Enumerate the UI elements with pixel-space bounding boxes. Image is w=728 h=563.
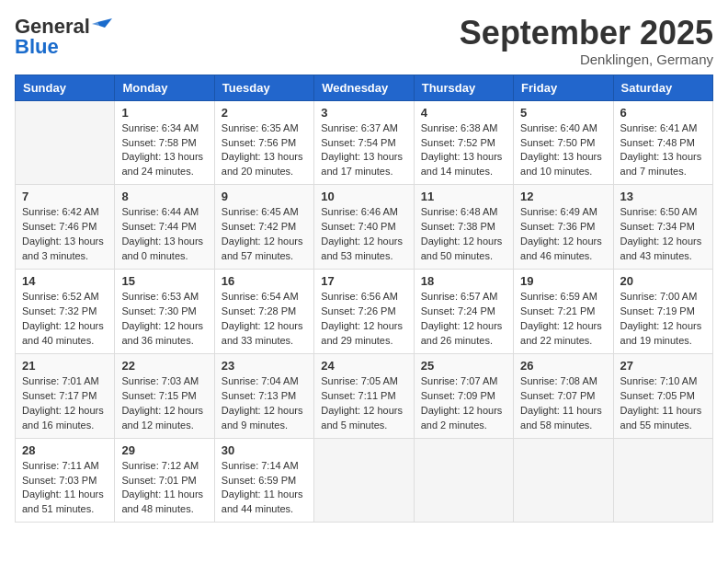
calendar-cell: 24Sunrise: 7:05 AM Sunset: 7:11 PM Dayli… — [314, 353, 414, 438]
logo-bird-icon — [92, 18, 112, 35]
month-title: September 2025 — [460, 15, 713, 52]
day-info: Sunrise: 7:14 AM Sunset: 6:59 PM Dayligh… — [222, 459, 307, 518]
day-info: Sunrise: 6:45 AM Sunset: 7:42 PM Dayligh… — [222, 205, 307, 264]
week-row-1: 1Sunrise: 6:34 AM Sunset: 7:58 PM Daylig… — [16, 100, 713, 185]
calendar-cell — [16, 100, 115, 185]
day-number: 21 — [22, 359, 108, 373]
day-number: 18 — [421, 274, 506, 288]
calendar-cell: 1Sunrise: 6:34 AM Sunset: 7:58 PM Daylig… — [115, 100, 214, 185]
day-number: 23 — [222, 359, 307, 373]
calendar-cell: 13Sunrise: 6:50 AM Sunset: 7:34 PM Dayli… — [613, 185, 712, 270]
day-info: Sunrise: 6:56 AM Sunset: 7:26 PM Dayligh… — [321, 290, 406, 349]
calendar-cell: 8Sunrise: 6:44 AM Sunset: 7:44 PM Daylig… — [115, 185, 214, 270]
day-info: Sunrise: 6:40 AM Sunset: 7:50 PM Dayligh… — [520, 121, 606, 180]
day-info: Sunrise: 7:03 AM Sunset: 7:15 PM Dayligh… — [121, 374, 207, 433]
day-info: Sunrise: 6:46 AM Sunset: 7:40 PM Dayligh… — [321, 205, 406, 264]
day-info: Sunrise: 7:10 AM Sunset: 7:05 PM Dayligh… — [620, 374, 706, 433]
day-number: 4 — [421, 106, 506, 120]
calendar-cell — [613, 438, 712, 523]
day-info: Sunrise: 6:57 AM Sunset: 7:24 PM Dayligh… — [421, 290, 506, 349]
day-info: Sunrise: 7:05 AM Sunset: 7:11 PM Dayligh… — [321, 374, 406, 433]
weekday-header-monday: Monday — [115, 75, 214, 100]
day-number: 20 — [620, 274, 706, 288]
weekday-header-thursday: Thursday — [414, 75, 513, 100]
calendar-cell: 15Sunrise: 6:53 AM Sunset: 7:30 PM Dayli… — [115, 270, 214, 354]
calendar-cell: 29Sunrise: 7:12 AM Sunset: 7:01 PM Dayli… — [115, 438, 214, 523]
day-number: 13 — [620, 190, 706, 203]
calendar-cell: 21Sunrise: 7:01 AM Sunset: 7:17 PM Dayli… — [16, 353, 115, 438]
day-number: 1 — [121, 106, 207, 120]
calendar-cell: 11Sunrise: 6:48 AM Sunset: 7:38 PM Dayli… — [414, 185, 513, 270]
calendar-cell: 6Sunrise: 6:41 AM Sunset: 7:48 PM Daylig… — [613, 100, 712, 185]
day-number: 5 — [520, 106, 606, 120]
day-info: Sunrise: 6:59 AM Sunset: 7:21 PM Dayligh… — [520, 290, 606, 349]
weekday-header-wednesday: Wednesday — [314, 75, 414, 100]
day-info: Sunrise: 6:49 AM Sunset: 7:36 PM Dayligh… — [520, 205, 606, 264]
calendar-cell: 5Sunrise: 6:40 AM Sunset: 7:50 PM Daylig… — [514, 100, 613, 185]
calendar-cell: 14Sunrise: 6:52 AM Sunset: 7:32 PM Dayli… — [16, 270, 115, 354]
calendar-cell — [414, 438, 513, 523]
day-number: 2 — [222, 106, 307, 120]
day-info: Sunrise: 6:35 AM Sunset: 7:56 PM Dayligh… — [222, 121, 307, 180]
day-info: Sunrise: 6:44 AM Sunset: 7:44 PM Dayligh… — [121, 205, 207, 264]
calendar-cell: 20Sunrise: 7:00 AM Sunset: 7:19 PM Dayli… — [613, 270, 712, 354]
day-number: 15 — [121, 274, 207, 288]
day-number: 6 — [620, 106, 706, 120]
day-number: 16 — [222, 274, 307, 288]
logo-blue-text: Blue — [15, 35, 59, 59]
calendar-cell: 9Sunrise: 6:45 AM Sunset: 7:42 PM Daylig… — [214, 185, 313, 270]
day-number: 12 — [520, 190, 606, 203]
day-number: 29 — [121, 443, 207, 457]
day-info: Sunrise: 7:11 AM Sunset: 7:03 PM Dayligh… — [22, 459, 108, 518]
location-subtitle: Denklingen, Germany — [460, 52, 713, 67]
calendar-cell: 27Sunrise: 7:10 AM Sunset: 7:05 PM Dayli… — [613, 353, 712, 438]
calendar-cell: 18Sunrise: 6:57 AM Sunset: 7:24 PM Dayli… — [414, 270, 513, 354]
day-info: Sunrise: 7:07 AM Sunset: 7:09 PM Dayligh… — [421, 374, 506, 433]
calendar-cell — [314, 438, 414, 523]
day-number: 11 — [421, 190, 506, 203]
weekday-header-sunday: Sunday — [16, 75, 115, 100]
day-number: 30 — [222, 443, 307, 457]
day-number: 25 — [421, 359, 506, 373]
week-row-2: 7Sunrise: 6:42 AM Sunset: 7:46 PM Daylig… — [16, 185, 713, 270]
day-info: Sunrise: 6:53 AM Sunset: 7:30 PM Dayligh… — [121, 290, 207, 349]
day-info: Sunrise: 6:52 AM Sunset: 7:32 PM Dayligh… — [22, 290, 108, 349]
day-number: 7 — [22, 190, 108, 203]
day-info: Sunrise: 6:41 AM Sunset: 7:48 PM Dayligh… — [620, 121, 706, 180]
day-number: 27 — [620, 359, 706, 373]
week-row-3: 14Sunrise: 6:52 AM Sunset: 7:32 PM Dayli… — [16, 270, 713, 354]
calendar-cell: 25Sunrise: 7:07 AM Sunset: 7:09 PM Dayli… — [414, 353, 513, 438]
calendar-cell: 10Sunrise: 6:46 AM Sunset: 7:40 PM Dayli… — [314, 185, 414, 270]
weekday-header-row: SundayMondayTuesdayWednesdayThursdayFrid… — [16, 75, 713, 100]
title-block: September 2025 Denklingen, Germany — [460, 15, 713, 67]
calendar-cell: 30Sunrise: 7:14 AM Sunset: 6:59 PM Dayli… — [214, 438, 313, 523]
day-info: Sunrise: 7:01 AM Sunset: 7:17 PM Dayligh… — [22, 374, 108, 433]
day-number: 24 — [321, 359, 406, 373]
weekday-header-tuesday: Tuesday — [214, 75, 313, 100]
calendar-cell: 2Sunrise: 6:35 AM Sunset: 7:56 PM Daylig… — [214, 100, 313, 185]
calendar-cell: 28Sunrise: 7:11 AM Sunset: 7:03 PM Dayli… — [16, 438, 115, 523]
day-number: 8 — [121, 190, 207, 203]
calendar-cell: 22Sunrise: 7:03 AM Sunset: 7:15 PM Dayli… — [115, 353, 214, 438]
calendar-cell: 7Sunrise: 6:42 AM Sunset: 7:46 PM Daylig… — [16, 185, 115, 270]
day-info: Sunrise: 6:50 AM Sunset: 7:34 PM Dayligh… — [620, 205, 706, 264]
calendar-cell: 26Sunrise: 7:08 AM Sunset: 7:07 PM Dayli… — [514, 353, 613, 438]
day-number: 28 — [22, 443, 108, 457]
page-header: General Blue September 2025 Denklingen, … — [15, 15, 713, 67]
day-info: Sunrise: 6:38 AM Sunset: 7:52 PM Dayligh… — [421, 121, 506, 180]
week-row-5: 28Sunrise: 7:11 AM Sunset: 7:03 PM Dayli… — [16, 438, 713, 523]
day-number: 9 — [222, 190, 307, 203]
calendar-cell: 16Sunrise: 6:54 AM Sunset: 7:28 PM Dayli… — [214, 270, 313, 354]
calendar-cell: 19Sunrise: 6:59 AM Sunset: 7:21 PM Dayli… — [514, 270, 613, 354]
day-info: Sunrise: 6:37 AM Sunset: 7:54 PM Dayligh… — [321, 121, 406, 180]
calendar-cell: 4Sunrise: 6:38 AM Sunset: 7:52 PM Daylig… — [414, 100, 513, 185]
day-info: Sunrise: 6:42 AM Sunset: 7:46 PM Dayligh… — [22, 205, 108, 264]
day-info: Sunrise: 7:00 AM Sunset: 7:19 PM Dayligh… — [620, 290, 706, 349]
day-info: Sunrise: 7:12 AM Sunset: 7:01 PM Dayligh… — [121, 459, 207, 518]
svg-marker-0 — [97, 18, 112, 28]
week-row-4: 21Sunrise: 7:01 AM Sunset: 7:17 PM Dayli… — [16, 353, 713, 438]
day-number: 17 — [321, 274, 406, 288]
calendar-table: SundayMondayTuesdayWednesdayThursdayFrid… — [15, 75, 713, 523]
calendar-cell: 12Sunrise: 6:49 AM Sunset: 7:36 PM Dayli… — [514, 185, 613, 270]
day-number: 19 — [520, 274, 606, 288]
